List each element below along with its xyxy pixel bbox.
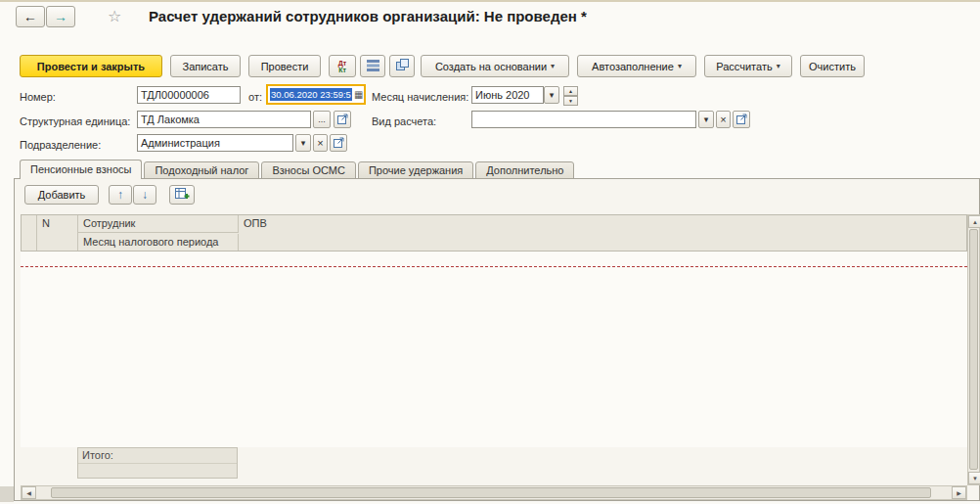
tab-pension-contributions[interactable]: Пенсионные взносы: [20, 160, 142, 179]
report-button[interactable]: [360, 55, 385, 77]
chevron-down-icon: ▾: [704, 115, 709, 124]
calculation-kind-open-button[interactable]: [733, 111, 750, 128]
calculation-kind-input[interactable]: [471, 111, 696, 128]
horizontal-scrollbar[interactable]: ◀ ▶: [21, 485, 967, 500]
create-on-basis-label: Создать на основании: [435, 61, 547, 72]
date-value: 30.06.2020 23:59:5: [270, 88, 352, 101]
add-row-button[interactable]: Добавить: [24, 185, 99, 205]
clear-icon: ×: [720, 114, 726, 125]
tab-panel: Добавить ↑ ↓ N Сотрудник Месяц налоговог…: [14, 178, 980, 501]
spin-up-button[interactable]: ▲: [563, 86, 578, 96]
dt-label: Дт: [338, 60, 346, 67]
structure-icon: [396, 59, 409, 73]
tab-strip: Пенсионные взносы Подоходный налог Взнос…: [20, 160, 574, 179]
total-tax-period-cell: [78, 464, 237, 480]
accrual-month-stepper: ▲ ▼: [563, 86, 578, 104]
department-open-button[interactable]: [330, 134, 347, 152]
horizontal-scrollbar-thumb[interactable]: [51, 487, 931, 498]
post-label: Провести: [261, 61, 309, 72]
clear-label: Очистить: [809, 61, 856, 72]
calculation-kind-clear-button[interactable]: ×: [716, 111, 731, 128]
calculate-label: Рассчитать: [716, 61, 772, 72]
department-clear-button[interactable]: ×: [313, 134, 328, 152]
move-row-down-button[interactable]: ↓: [133, 185, 156, 205]
window-corner: [0, 486, 14, 502]
chevron-down-icon: ▾: [551, 62, 555, 70]
post-and-close-label: Провести и закрыть: [37, 61, 145, 72]
clear-icon: ×: [317, 137, 323, 149]
dtkt-icon: Дт Кт: [338, 60, 346, 73]
accrual-month-dropdown-button[interactable]: ▾: [544, 86, 559, 104]
vertical-scrollbar-thumb[interactable]: [969, 229, 978, 470]
structural-unit-label: Структурная единица:: [20, 113, 130, 130]
current-row-indicator: [21, 266, 967, 267]
grid-footer-total-cell: Итого:: [77, 447, 238, 479]
move-row-up-button[interactable]: ↑: [109, 185, 132, 205]
chevron-down-icon: ▾: [678, 62, 682, 70]
report-icon: [367, 59, 379, 73]
open-icon: [337, 114, 348, 126]
tab-additional[interactable]: Дополнительно: [475, 161, 574, 179]
department-input[interactable]: Администрация: [137, 134, 293, 152]
chevron-down-icon: ▾: [550, 90, 555, 100]
tab-osms-contributions[interactable]: Взносы ОСМС: [261, 161, 356, 179]
structural-unit-choose-button[interactable]: ...: [313, 111, 331, 128]
autofill-label: Автозаполнение: [592, 61, 674, 72]
column-header-opv: ОПВ: [239, 215, 967, 251]
open-icon: [736, 114, 747, 126]
number-label: Номер:: [20, 88, 56, 106]
accrual-month-input[interactable]: Июнь 2020: [471, 86, 544, 104]
scroll-down-button[interactable]: ▼: [968, 472, 980, 484]
grid-settings-button[interactable]: [169, 185, 195, 205]
forward-button[interactable]: →: [46, 6, 75, 27]
back-button[interactable]: ←: [16, 6, 45, 27]
row-marker-column-header: [22, 215, 37, 251]
spin-up-icon: ▲: [568, 88, 573, 94]
back-icon: ←: [23, 9, 37, 24]
clear-button[interactable]: Очистить: [800, 55, 865, 77]
number-input[interactable]: ТДЛ00000006: [137, 86, 241, 104]
scroll-down-icon: ▼: [972, 476, 978, 481]
structural-unit-input[interactable]: ТД Лакомка: [137, 111, 311, 128]
post-button[interactable]: Провести: [248, 55, 321, 77]
ellipsis-icon: ...: [318, 115, 326, 124]
document-window: ← → ☆ Расчет удержаний сотрудников орган…: [0, 0, 980, 504]
create-on-basis-button[interactable]: Создать на основании ▾: [421, 55, 569, 77]
total-label: Итого:: [78, 448, 237, 464]
post-and-close-button[interactable]: Провести и закрыть: [20, 55, 162, 77]
department-label: Подразделение:: [20, 136, 101, 154]
structural-unit-open-button[interactable]: [334, 111, 351, 128]
calendar-icon[interactable]: ▦: [354, 90, 363, 100]
grid-body[interactable]: [21, 252, 967, 447]
calculation-kind-label: Вид расчета:: [372, 113, 436, 130]
related-documents-button[interactable]: [389, 55, 415, 77]
scroll-left-icon: ◀: [26, 489, 31, 496]
date-input[interactable]: 30.06.2020 23:59:5 ▦: [266, 84, 366, 105]
autofill-button[interactable]: Автозаполнение ▾: [577, 55, 696, 77]
chevron-down-icon: ▾: [777, 62, 780, 70]
arrow-up-icon: ↑: [117, 188, 123, 202]
accrual-month-label: Месяц начисления:: [372, 88, 468, 106]
write-button[interactable]: Записать: [170, 55, 241, 77]
date-label: от:: [248, 88, 262, 106]
scroll-up-button[interactable]: ▲: [968, 215, 980, 228]
kt-label: Кт: [338, 67, 346, 73]
chevron-down-icon: ▾: [301, 138, 306, 148]
vertical-scrollbar[interactable]: ▲ ▼: [967, 214, 980, 485]
calculate-button[interactable]: Рассчитать ▾: [704, 55, 792, 77]
calculation-kind-dropdown-button[interactable]: ▾: [698, 111, 714, 128]
scroll-right-button[interactable]: ▶: [952, 486, 966, 499]
favorite-star-icon[interactable]: ☆: [108, 7, 121, 25]
tab-other-deductions[interactable]: Прочие удержания: [358, 161, 473, 179]
table-plus-icon: [175, 187, 190, 203]
scroll-right-icon: ▶: [957, 489, 961, 496]
spin-down-button[interactable]: ▼: [563, 96, 578, 106]
tab-income-tax[interactable]: Подоходный налог: [144, 161, 259, 179]
dtkt-button[interactable]: Дт Кт: [329, 55, 356, 77]
scroll-left-button[interactable]: ◀: [22, 486, 36, 499]
column-header-n: N: [37, 215, 78, 251]
window-top-edge: [0, 0, 980, 2]
write-label: Записать: [182, 61, 228, 72]
department-dropdown-button[interactable]: ▾: [295, 134, 311, 152]
spin-down-icon: ▼: [568, 98, 573, 104]
